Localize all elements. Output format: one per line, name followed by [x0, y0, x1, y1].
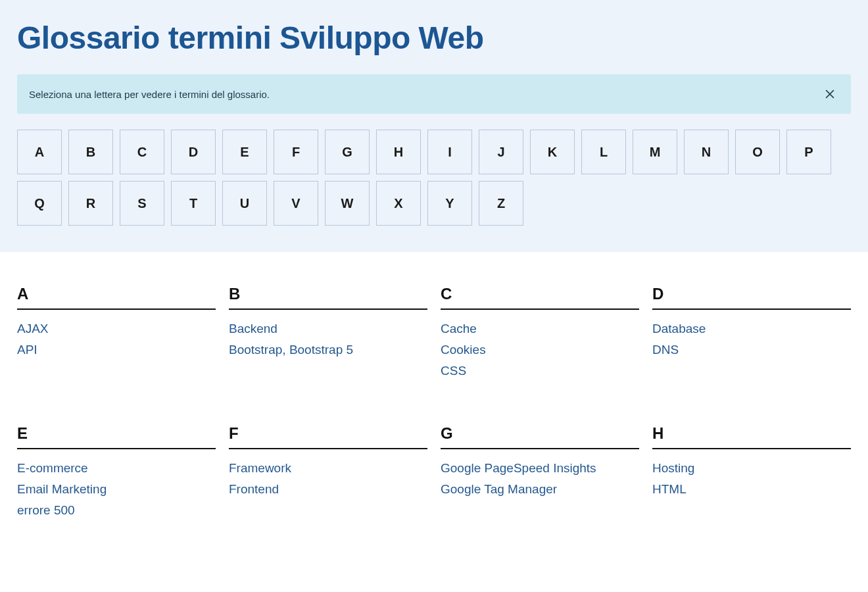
glossary-list: FrameworkFrontend: [229, 461, 427, 497]
list-item: AJAX: [17, 322, 216, 336]
letter-button-c[interactable]: C: [120, 130, 164, 174]
glossary-heading: C: [441, 285, 639, 310]
list-item: Backend: [229, 322, 427, 336]
letter-button-a[interactable]: A: [17, 130, 62, 174]
alert-close-button[interactable]: [821, 85, 839, 103]
glossary-heading: F: [229, 424, 427, 449]
list-item: Google PageSpeed Insights: [441, 461, 639, 476]
list-item: Google Tag Manager: [441, 482, 639, 497]
letter-button-q[interactable]: Q: [17, 181, 62, 226]
list-item: Cache: [441, 322, 639, 336]
glossary-group-e: EE-commerceEmail Marketingerrore 500: [17, 424, 216, 524]
glossary-term-link[interactable]: Cache: [441, 322, 477, 335]
letter-button-j[interactable]: J: [479, 130, 523, 174]
list-item: DNS: [652, 343, 851, 357]
glossary-term-link[interactable]: HTML: [652, 482, 687, 496]
letter-button-n[interactable]: N: [684, 130, 729, 174]
letter-button-x[interactable]: X: [376, 181, 421, 226]
glossary-list: Google PageSpeed InsightsGoogle Tag Mana…: [441, 461, 639, 497]
glossary-term-link[interactable]: Backend: [229, 322, 277, 335]
letter-button-u[interactable]: U: [222, 181, 267, 226]
glossary-term-link[interactable]: CSS: [441, 364, 466, 378]
letter-button-m[interactable]: M: [633, 130, 677, 174]
list-item: Database: [652, 322, 851, 336]
glossary-group-f: FFrameworkFrontend: [229, 424, 427, 524]
glossary-term-link[interactable]: errore 500: [17, 503, 75, 517]
glossary-list: E-commerceEmail Marketingerrore 500: [17, 461, 216, 518]
letter-button-s[interactable]: S: [120, 181, 164, 226]
letter-button-b[interactable]: B: [68, 130, 113, 174]
glossary-group-d: DDatabaseDNS: [652, 285, 851, 385]
list-item: Cookies: [441, 343, 639, 357]
letter-button-e[interactable]: E: [222, 130, 267, 174]
list-item: CSS: [441, 364, 639, 378]
glossary-term-link[interactable]: Bootstrap, Bootstrap 5: [229, 343, 353, 357]
glossary-group-b: BBackendBootstrap, Bootstrap 5: [229, 285, 427, 385]
letter-button-t[interactable]: T: [171, 181, 216, 226]
letter-button-i[interactable]: I: [427, 130, 472, 174]
glossary-term-link[interactable]: Cookies: [441, 343, 486, 357]
list-item: Frontend: [229, 482, 427, 497]
page-title: Glossario termini Sviluppo Web: [17, 20, 851, 56]
glossary-list: AJAXAPI: [17, 322, 216, 357]
glossary-heading: E: [17, 424, 216, 449]
list-item: Framework: [229, 461, 427, 476]
glossary-term-link[interactable]: Framework: [229, 461, 291, 475]
letter-button-z[interactable]: Z: [479, 181, 523, 226]
alert-text: Seleziona una lettera per vedere i termi…: [29, 89, 270, 100]
letter-button-g[interactable]: G: [325, 130, 370, 174]
glossary-list: DatabaseDNS: [652, 322, 851, 357]
glossary-content: AAJAXAPIBBackendBootstrap, Bootstrap 5CC…: [0, 252, 868, 557]
letter-button-o[interactable]: O: [735, 130, 780, 174]
letter-button-f[interactable]: F: [274, 130, 318, 174]
letter-button-h[interactable]: H: [376, 130, 421, 174]
glossary-group-g: GGoogle PageSpeed InsightsGoogle Tag Man…: [441, 424, 639, 524]
letter-button-k[interactable]: K: [530, 130, 575, 174]
glossary-term-link[interactable]: AJAX: [17, 322, 49, 335]
glossary-heading: B: [229, 285, 427, 310]
glossary-list: CacheCookiesCSS: [441, 322, 639, 378]
close-icon: [823, 87, 836, 101]
glossary-term-link[interactable]: Email Marketing: [17, 482, 107, 496]
glossary-term-link[interactable]: DNS: [652, 343, 679, 357]
glossary-list: BackendBootstrap, Bootstrap 5: [229, 322, 427, 357]
glossary-term-link[interactable]: Frontend: [229, 482, 279, 496]
glossary-group-h: HHostingHTML: [652, 424, 851, 524]
glossary-term-link[interactable]: Database: [652, 322, 706, 335]
glossary-heading: G: [441, 424, 639, 449]
letter-button-v[interactable]: V: [274, 181, 318, 226]
glossary-term-link[interactable]: Google Tag Manager: [441, 482, 557, 496]
letter-button-y[interactable]: Y: [427, 181, 472, 226]
glossary-group-a: AAJAXAPI: [17, 285, 216, 385]
list-item: E-commerce: [17, 461, 216, 476]
glossary-term-link[interactable]: E-commerce: [17, 461, 88, 475]
letter-button-p[interactable]: P: [786, 130, 831, 174]
glossary-heading: A: [17, 285, 216, 310]
glossary-term-link[interactable]: Google PageSpeed Insights: [441, 461, 596, 475]
glossary-term-link[interactable]: Hosting: [652, 461, 694, 475]
info-alert: Seleziona una lettera per vedere i termi…: [17, 74, 851, 114]
letter-nav-grid: ABCDEFGHIJKLMNOPQRSTUVWXYZ: [17, 130, 851, 226]
glossary-heading: D: [652, 285, 851, 310]
letter-button-w[interactable]: W: [325, 181, 370, 226]
letter-button-l[interactable]: L: [581, 130, 626, 174]
header-section: Glossario termini Sviluppo Web Seleziona…: [0, 0, 868, 252]
letter-button-r[interactable]: R: [68, 181, 113, 226]
list-item: Email Marketing: [17, 482, 216, 497]
glossary-term-link[interactable]: API: [17, 343, 37, 357]
glossary-heading: H: [652, 424, 851, 449]
list-item: HTML: [652, 482, 851, 497]
letter-button-d[interactable]: D: [171, 130, 216, 174]
glossary-list: HostingHTML: [652, 461, 851, 497]
list-item: API: [17, 343, 216, 357]
glossary-group-c: CCacheCookiesCSS: [441, 285, 639, 385]
glossary-grid: AAJAXAPIBBackendBootstrap, Bootstrap 5CC…: [17, 285, 851, 524]
list-item: errore 500: [17, 503, 216, 518]
list-item: Hosting: [652, 461, 851, 476]
list-item: Bootstrap, Bootstrap 5: [229, 343, 427, 357]
